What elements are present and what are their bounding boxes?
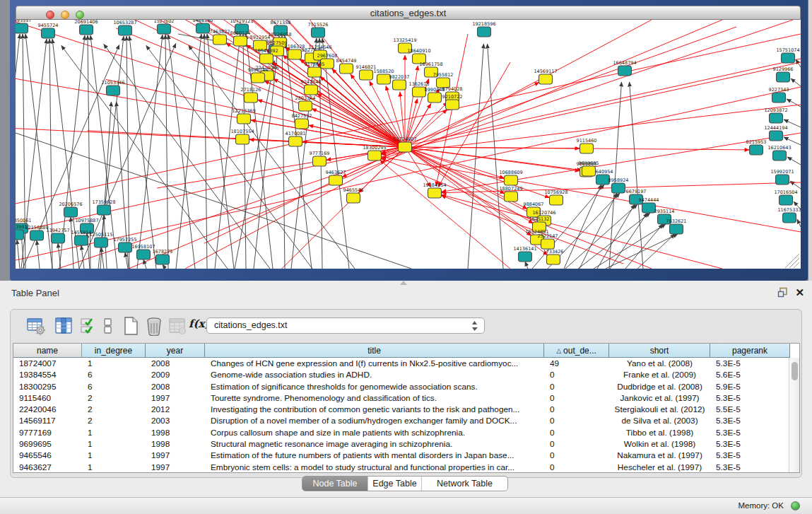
graph-node[interactable]: 19218596 [472, 21, 495, 37]
table-row[interactable]: 969969511998Structural magnetic resonanc… [13, 438, 799, 450]
column-header-title[interactable]: title [205, 344, 544, 358]
cell-year: 2009 [146, 369, 205, 380]
graph-node[interactable]: 9777169 [310, 151, 330, 166]
column-header-name[interactable]: name [13, 344, 82, 358]
graph-node[interactable]: 9465546 [343, 187, 364, 203]
graph-node[interactable]: 11675333 [777, 207, 801, 223]
graph-node-label: 17957255 [113, 237, 136, 243]
graph-node[interactable]: 7463822 [210, 29, 230, 45]
table-row[interactable]: 1830029562008Estimation of significance … [13, 381, 799, 392]
graph-node-label: 15751074 [776, 47, 799, 53]
column-header-out_degree[interactable]: △out_de... [544, 344, 609, 358]
scrollbar-thumb[interactable] [792, 362, 798, 380]
graph-node[interactable]: 16648794 [613, 60, 636, 76]
graph-node[interactable]: 17359928 [92, 199, 115, 215]
cell-in_degree: 1 [82, 462, 146, 473]
graph-node[interactable]: 9822037 [389, 74, 410, 90]
graph-node[interactable]: 9115460 [577, 138, 597, 153]
tab-network-table[interactable]: Network Table [421, 477, 507, 491]
graph-node[interactable]: 7632621 [666, 218, 687, 234]
graph-node[interactable]: 16210643 [767, 145, 791, 160]
graph-node[interactable]: 10653287 [113, 20, 136, 35]
delete-table-icon[interactable] [144, 316, 164, 336]
column-header-in_degree[interactable]: in_degree [82, 344, 146, 358]
table-panel-body: f(x) citations_edges.txt namein_degreeye… [10, 309, 802, 478]
table-row[interactable]: 1456911722003Disruption of a novel membe… [13, 415, 799, 426]
cell-year: 1997 [146, 392, 205, 404]
cell-pagerank: 5.3E-5 [710, 415, 790, 426]
table-row[interactable]: 911546021997Tourette syndrome. Phenomeno… [13, 392, 799, 404]
table-row[interactable]: 946362711997Embryonic stem cells: a mode… [13, 462, 799, 473]
graph-node[interactable]: 9210722 [442, 94, 463, 110]
tab-edge-table[interactable]: Edge Table [367, 477, 421, 491]
function-builder-icon[interactable]: f(x) [189, 317, 208, 337]
graph-node[interactable]: 8454749 [336, 58, 357, 74]
table-vertical-scrollbar[interactable] [789, 358, 799, 472]
table-row[interactable]: 946554611997Estimation of the future num… [13, 450, 799, 461]
float-panel-icon[interactable] [777, 287, 789, 298]
table-settings-icon[interactable] [26, 316, 46, 336]
graph-node[interactable]: 14136141 [513, 246, 536, 262]
graph-node-label: 2522547 [538, 233, 558, 239]
graph-node-label: 19218596 [472, 21, 495, 27]
graph-node[interactable]: 1733426 [543, 249, 564, 264]
network-canvas[interactable]: 2493557945572420691406106532871527602946… [16, 20, 801, 269]
graph-node[interactable]: 9175685 [305, 62, 325, 77]
citation-network-graph[interactable]: 2493557945572420691406106532871527602946… [16, 20, 801, 269]
column-header-pagerank[interactable]: pagerank [710, 344, 790, 358]
stacked-boxes-icon[interactable] [98, 316, 118, 336]
graph-node[interactable]: 7515526 [308, 22, 329, 37]
table-row[interactable]: 977716911998Corpus callosum shape and si… [13, 427, 799, 438]
new-table-icon[interactable] [121, 316, 141, 336]
graph-node[interactable]: 21053346 [101, 80, 124, 95]
graph-node[interactable]: 4170081 [286, 131, 306, 146]
graph-node[interactable]: 12156889 [25, 225, 48, 240]
table-selector-dropdown[interactable]: citations_edges.txt [206, 317, 485, 334]
tab-node-table[interactable]: Node Table [302, 477, 367, 491]
graph-node-label: 16210643 [767, 145, 791, 151]
cell-in_degree: 1 [82, 427, 146, 438]
cell-short: Yano et al. (2008) [609, 358, 710, 369]
graph-node-label: 11254546 [308, 45, 331, 50]
import-table-icon[interactable] [167, 316, 187, 336]
cell-pagerank: 5.9E-5 [710, 381, 790, 392]
column-header-year[interactable]: year [146, 344, 205, 358]
graph-node[interactable]: 12213369 [232, 108, 255, 124]
table-row[interactable]: 1938455462009Genome-wide association stu… [13, 369, 799, 380]
graph-node[interactable]: 19384554 [423, 182, 446, 198]
table-row[interactable]: 1872400712008Changes of HCN gene express… [13, 358, 799, 369]
column-header-short[interactable]: short [609, 344, 710, 358]
network-desktop: citations_edges.txt 24935579455724206914… [0, 0, 812, 281]
graph-node[interactable]: 12093872 [764, 107, 787, 123]
cell-in_degree: 6 [82, 381, 146, 392]
cell-pagerank: 5.3E-5 [710, 462, 790, 473]
graph-node-label: 7955812 [433, 72, 454, 78]
graph-node[interactable]: 13942757 [46, 228, 69, 243]
graph-node[interactable]: 18807249 [499, 186, 522, 201]
graph-node[interactable]: 15992071 [770, 169, 794, 185]
graph-node[interactable]: 1451914 [71, 230, 92, 245]
graph-node[interactable]: 8660124 [230, 30, 251, 46]
graph-node-label: 7463822 [210, 29, 230, 35]
graph-node[interactable]: 1527602 [154, 20, 175, 34]
select-rows-icon[interactable] [78, 316, 98, 336]
graph-node[interactable]: 18107554 [230, 129, 254, 144]
graph-node-label: 16543392 [254, 48, 278, 54]
close-panel-icon[interactable]: ✕ [795, 286, 804, 299]
graph-node-label: 13325419 [393, 37, 416, 43]
graph-node[interactable]: 20206576 [59, 201, 82, 217]
graph-node[interactable]: 14569117 [534, 69, 557, 84]
graph-node[interactable]: 9463627 [326, 170, 346, 185]
graph-node[interactable]: 17016504 [774, 189, 797, 205]
graph-node[interactable]: 9227343 [769, 87, 789, 103]
graph-node-label: 12213369 [232, 108, 255, 114]
column-select-icon[interactable] [54, 316, 73, 336]
graph-node[interactable]: 9129966 [773, 66, 794, 82]
network-window-titlebar[interactable]: citations_edges.txt [16, 6, 801, 20]
cell-name: 9115460 [13, 392, 82, 404]
graph-node[interactable]: 20691406 [74, 20, 98, 35]
graph-node[interactable]: 7955812 [433, 72, 454, 88]
graph-node[interactable]: 8215953 [746, 139, 767, 155]
table-row[interactable]: 2242004622012Investigating the contribut… [13, 404, 799, 415]
graph-node[interactable]: 9242848 [301, 79, 322, 95]
